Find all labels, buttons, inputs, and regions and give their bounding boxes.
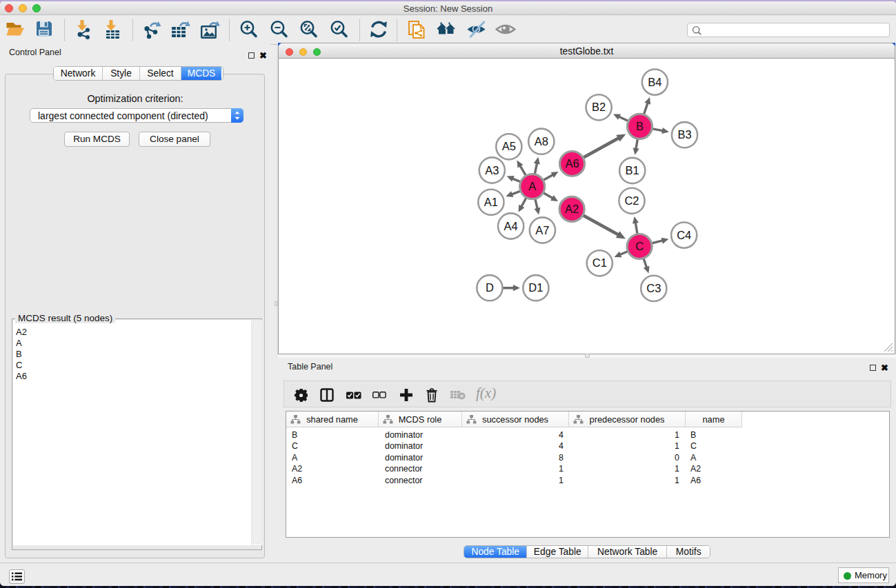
- svg-text:B1: B1: [626, 164, 639, 176]
- svg-text:A: A: [528, 180, 536, 192]
- svg-text:A4: A4: [504, 220, 518, 232]
- svg-text:D1: D1: [528, 281, 543, 294]
- svg-text:C4: C4: [677, 229, 691, 241]
- svg-text:A3: A3: [485, 164, 499, 176]
- svg-text:B4: B4: [648, 76, 661, 88]
- svg-text:C3: C3: [646, 282, 661, 294]
- svg-text:A7: A7: [535, 224, 549, 236]
- svg-text:A6: A6: [565, 157, 579, 170]
- svg-text:A1: A1: [484, 196, 498, 208]
- svg-text:C1: C1: [593, 256, 607, 269]
- svg-text:D: D: [486, 281, 494, 294]
- svg-text:A5: A5: [502, 140, 516, 152]
- svg-text:A8: A8: [535, 135, 548, 148]
- svg-text:A2: A2: [565, 203, 579, 215]
- svg-text:B3: B3: [677, 128, 691, 141]
- svg-text:C: C: [635, 240, 644, 252]
- svg-text:C2: C2: [624, 194, 639, 207]
- svg-text:B2: B2: [592, 101, 606, 113]
- svg-text:B: B: [636, 120, 644, 132]
